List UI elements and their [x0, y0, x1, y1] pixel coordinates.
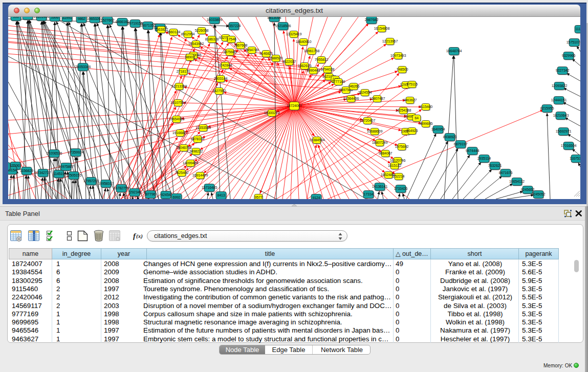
svg-text:8938923: 8938923 [443, 135, 457, 139]
svg-text:18724007: 18724007 [287, 103, 302, 108]
svg-text:2718170: 2718170 [177, 69, 190, 74]
svg-text:14099489: 14099489 [183, 161, 199, 165]
svg-text:1588520: 1588520 [269, 56, 283, 60]
svg-text:6794028: 6794028 [321, 67, 335, 72]
svg-text:8186328: 8186328 [205, 37, 219, 41]
svg-text:14136141: 14136141 [372, 184, 388, 189]
svg-text:1640954: 1640954 [431, 127, 445, 132]
svg-text:8912954: 8912954 [181, 32, 195, 36]
svg-text:12342737: 12342737 [35, 170, 51, 175]
svg-text:21364436: 21364436 [343, 96, 359, 101]
svg-text:8215955: 8215955 [540, 106, 554, 111]
svg-text:17957255: 17957255 [83, 179, 99, 183]
svg-text:19384594: 19384594 [309, 138, 325, 142]
svg-text:10973493: 10973493 [390, 53, 406, 58]
svg-text:9115460: 9115460 [419, 104, 432, 109]
svg-text:9474444: 9474444 [466, 148, 480, 153]
svg-text:3624554: 3624554 [358, 90, 372, 95]
svg-text:12505155: 12505155 [66, 173, 82, 178]
svg-text:8990448: 8990448 [307, 68, 320, 73]
svg-text:7955812: 7955812 [315, 57, 329, 62]
svg-text:1156829: 1156829 [20, 168, 33, 173]
svg-text:1615112: 1615112 [388, 163, 401, 168]
svg-text:10958107: 10958107 [98, 181, 114, 186]
svg-text:9242848: 9242848 [219, 63, 232, 68]
svg-text:18640910: 18640910 [296, 39, 312, 44]
svg-text:3875685: 3875685 [223, 50, 237, 54]
svg-text:98901: 98901 [185, 55, 195, 59]
svg-text:114519: 114519 [53, 171, 64, 176]
svg-text:2867608: 2867608 [234, 43, 248, 48]
svg-text:8471676: 8471676 [499, 170, 513, 175]
svg-text:12213369: 12213369 [171, 84, 187, 89]
svg-text:3498222: 3498222 [189, 149, 203, 154]
svg-text:20691406: 20691406 [34, 17, 50, 19]
svg-text:1733426: 1733426 [394, 186, 408, 191]
svg-text:1606: 1606 [51, 17, 58, 19]
svg-text:14055721: 14055721 [20, 17, 36, 18]
svg-text:19166827: 19166827 [172, 130, 188, 135]
svg-text:1292346: 1292346 [128, 190, 142, 194]
svg-text:15751074: 15751074 [567, 40, 580, 45]
svg-text:15720407: 15720407 [360, 118, 376, 123]
svg-text:975115: 975115 [406, 82, 418, 86]
svg-text:16914479: 16914479 [192, 173, 208, 178]
svg-text:10975867: 10975867 [58, 164, 74, 169]
svg-text:9899695: 9899695 [419, 121, 433, 126]
svg-text:2803144: 2803144 [214, 76, 228, 81]
svg-text:9124: 9124 [312, 195, 320, 199]
svg-text:18300273: 18300273 [264, 111, 280, 115]
svg-text:9660124: 9660124 [167, 30, 181, 34]
svg-text:9227342: 9227342 [556, 68, 570, 73]
svg-text:87796: 87796 [146, 192, 156, 196]
svg-text:19218506: 19218506 [275, 24, 291, 28]
svg-text:8454749: 8454749 [245, 48, 259, 52]
svg-text:16033809: 16033809 [207, 17, 223, 22]
svg-text:252214: 252214 [393, 174, 405, 179]
svg-text:16120746: 16120746 [390, 158, 406, 163]
svg-text:10688609: 10688609 [367, 129, 383, 134]
svg-text:16107554: 16107554 [170, 100, 186, 105]
svg-text:11124: 11124 [575, 27, 580, 31]
svg-text:8413: 8413 [217, 193, 225, 198]
svg-text:6992: 6992 [172, 195, 180, 199]
svg-text:10807487: 10807487 [369, 96, 385, 101]
svg-text:16154808: 16154808 [374, 26, 390, 31]
svg-text:8322037: 8322037 [282, 59, 296, 64]
svg-text:16648784: 16648784 [446, 49, 462, 53]
svg-text:16782759: 16782759 [114, 186, 129, 190]
svg-text:31991: 31991 [62, 17, 72, 20]
svg-text:7357224: 7357224 [227, 24, 241, 28]
svg-text:7625402: 7625402 [175, 170, 189, 175]
svg-text:12444151: 12444151 [551, 98, 567, 102]
svg-text:8878334: 8878334 [191, 137, 205, 141]
svg-text:2935114: 2935114 [477, 156, 491, 161]
svg-text:746266: 746266 [348, 84, 360, 89]
svg-text:5226058: 5226058 [195, 28, 209, 33]
svg-text:2987682: 2987682 [365, 17, 379, 22]
svg-text:1527602: 1527602 [101, 18, 115, 23]
svg-text:9577: 9577 [254, 195, 262, 199]
svg-text:964923: 964923 [406, 128, 418, 133]
svg-text:13325419: 13325419 [286, 32, 302, 36]
svg-text:9463627: 9463627 [403, 98, 417, 102]
svg-text:11353594: 11353594 [195, 125, 211, 130]
svg-text:64: 64 [415, 116, 419, 120]
svg-text:8813054: 8813054 [268, 17, 281, 20]
svg-text:20206536: 20206536 [47, 151, 62, 156]
svg-text:9146821: 9146821 [259, 51, 273, 56]
svg-text:17359924: 17359924 [68, 150, 84, 155]
svg-text:9245652: 9245652 [521, 187, 535, 192]
svg-text:7563822: 7563822 [155, 27, 168, 32]
svg-text:15692971: 15692971 [556, 129, 572, 134]
svg-text:17334: 17334 [364, 192, 374, 196]
svg-text:12213967: 12213967 [382, 39, 398, 43]
svg-text:26053346: 26053346 [75, 64, 91, 69]
svg-text:9777169: 9777169 [332, 79, 345, 84]
svg-text:6879197: 6879197 [454, 142, 468, 146]
svg-text:92454: 92454 [161, 192, 171, 197]
svg-text:12093822: 12093822 [552, 83, 568, 88]
svg-text:19654985: 19654985 [169, 117, 185, 121]
svg-text:990: 990 [13, 17, 19, 19]
svg-text:16210643: 16210643 [553, 113, 569, 118]
